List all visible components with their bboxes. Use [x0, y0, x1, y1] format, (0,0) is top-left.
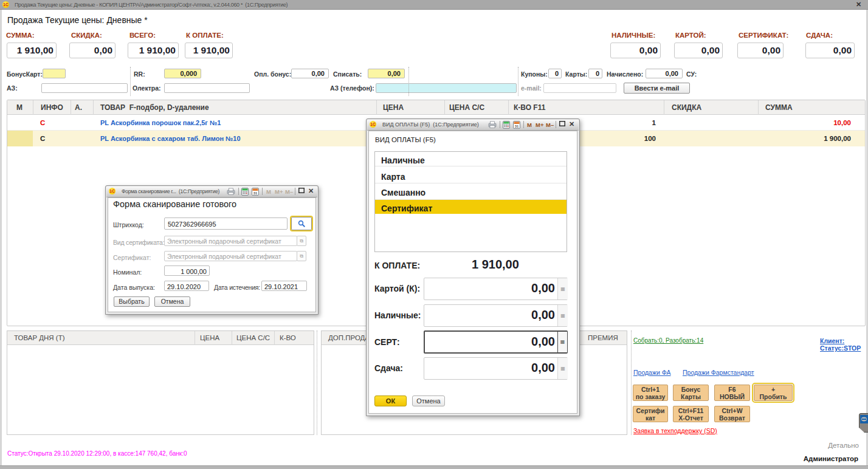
svg-text:31: 31 [253, 191, 258, 195]
svg-text:31: 31 [515, 125, 519, 128]
